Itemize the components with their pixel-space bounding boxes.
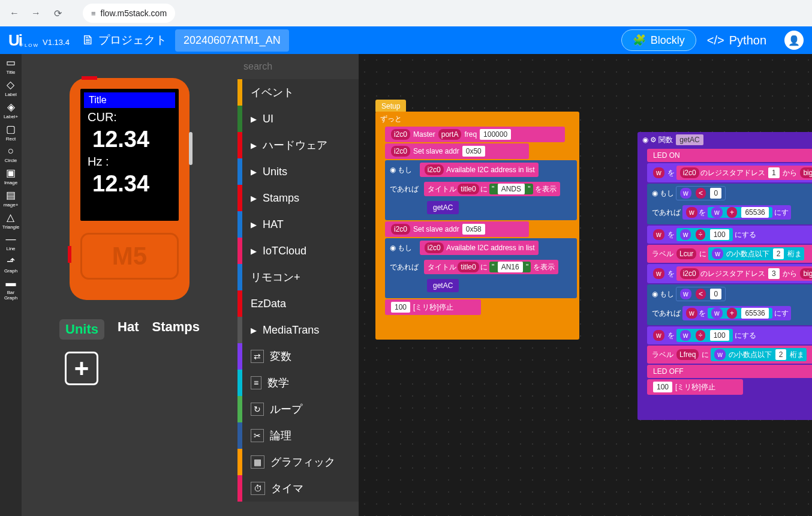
cur-value[interactable]: 12.34 (84, 127, 175, 152)
category-item[interactable]: ▶IoTCloud (237, 238, 359, 264)
hz-value[interactable]: 12.34 (84, 171, 175, 197)
category-item[interactable]: ✂論理 (237, 422, 359, 449)
block-categories: 🔍 イベント▶UI▶ハードウェア▶Units▶Stamps▶HAT▶IoTClo… (237, 54, 359, 516)
reload-button[interactable]: ⟳ (49, 5, 66, 22)
if2-block[interactable]: ◉ もし i2c0 Available I2C address in list … (385, 238, 577, 298)
setvar2-block[interactable]: wを w ÷ 100 にする (647, 226, 812, 244)
unit-tabs: Units Hat Stamps (59, 319, 200, 340)
logo: Ui (8, 31, 22, 50)
category-item[interactable]: ▶UI (237, 106, 359, 132)
device-screen[interactable]: Title CUR: 12.34 Hz : 12.34 (80, 89, 179, 221)
tool-title[interactable]: ▭Title (6, 56, 16, 75)
category-item[interactable]: EzData (237, 290, 359, 317)
tool-label[interactable]: ◇Label (5, 79, 17, 97)
tool-bar graph[interactable]: ▬Bar Graph (0, 277, 22, 301)
category-item[interactable]: リモコン+ (237, 264, 359, 290)
blockly-workspace[interactable]: Setup ずっと i2c0MasterportAfreq100000 i2c0… (359, 54, 812, 516)
device-frame: Title CUR: 12.34 Hz : 12.34 M5 (70, 78, 190, 300)
if3-block[interactable]: ◉ もし w < 0 であれば wを w + 65536 にす (647, 184, 812, 224)
browser-bar: ← → ⟳ ≡ flow.m5stack.com (0, 0, 812, 26)
side-button (189, 132, 193, 165)
url-bar[interactable]: ≡ flow.m5stack.com (83, 4, 175, 23)
tab-stamps[interactable]: Stamps (152, 319, 199, 340)
version: V1.13.4 (43, 38, 70, 47)
lcur-block[interactable]: ラベルLcurに w の小数点以下 2 桁ま (647, 245, 812, 263)
code-icon: </> (707, 34, 724, 47)
user-icon[interactable]: 👤 (784, 31, 804, 50)
tab-units[interactable]: Units (59, 319, 104, 340)
m5-button: M5 (80, 233, 179, 280)
category-item[interactable]: ▶HAT (237, 211, 359, 238)
setup-block[interactable]: Setup (375, 100, 406, 113)
category-item[interactable]: ⇄変数 (237, 343, 359, 370)
i2c-init-block[interactable]: i2c0MasterportAfreq100000 (385, 127, 565, 142)
tab-hat[interactable]: Hat (118, 319, 139, 340)
device-preview-area: Title CUR: 12.34 Hz : 12.34 M5 Units Hat… (22, 54, 237, 516)
tool-graph[interactable]: ⬏Graph (4, 255, 17, 274)
tool-triangle[interactable]: △Triangle (2, 211, 20, 230)
category-item[interactable]: ▶ハードウェア (237, 132, 359, 158)
category-item[interactable]: ▶Units (237, 158, 359, 185)
setvar1-block[interactable]: wを i2c0のレジスタアドレス 1 から big (647, 163, 812, 182)
category-item[interactable]: イベント (237, 79, 359, 106)
i2c-slave1-block[interactable]: i2c0Set slave addr0x50 (385, 143, 529, 159)
blockly-tab[interactable]: 🧩 Blockly (621, 29, 696, 51)
search-row: 🔍 (237, 54, 359, 79)
python-tab[interactable]: </> Python (707, 34, 766, 47)
cur-label[interactable]: CUR: (84, 108, 175, 127)
file-icon: 🗎 (82, 32, 95, 48)
tool-mage+[interactable]: ▤mage+ (4, 189, 19, 208)
delay2-block[interactable]: 100[ミリ秒]停止 (647, 379, 743, 395)
top-led (82, 76, 97, 80)
tool-line[interactable]: —Line (6, 233, 16, 251)
ledon-block[interactable]: LED ON (647, 149, 812, 162)
project-label[interactable]: プロジェクト (98, 32, 167, 48)
tool-palette: ▭Title◇Label◈Label+▢Rect○Circle▣Image▤ma… (0, 54, 22, 516)
screen-title[interactable]: Title (84, 92, 175, 108)
setvar3-block[interactable]: wを i2c0のレジスタアドレス 3 から big (647, 264, 812, 283)
app-header: Ui FLOW V1.13.4 🗎 プロジェクト 20240607ATM1_AN… (0, 26, 812, 54)
search-input[interactable] (243, 61, 363, 72)
category-item[interactable]: ⏱タイマ (237, 475, 359, 502)
tool-label+[interactable]: ◈Label+ (4, 101, 18, 119)
category-item[interactable]: ↻ループ (237, 396, 359, 422)
site-info-icon: ≡ (91, 9, 96, 18)
loop-block[interactable]: ずっと i2c0MasterportAfreq100000 i2c0Set sl… (375, 112, 579, 340)
tool-circle[interactable]: ○Circle (5, 145, 17, 163)
lfreq-block[interactable]: ラベルLfreqに w の小数点以下 2 桁ま (647, 346, 812, 364)
category-item[interactable]: ▦グラフィック (237, 449, 359, 475)
back-button[interactable]: ← (6, 5, 23, 22)
tool-rect[interactable]: ▢Rect (6, 123, 16, 142)
add-unit-button[interactable]: + (65, 352, 98, 385)
category-item[interactable]: ▶Stamps (237, 185, 359, 211)
if4-block[interactable]: ◉ もし w < 0 であれば wを w + 65536 にす (647, 284, 812, 325)
i2c-slave2-block[interactable]: i2c0Set slave addr0x58 (385, 221, 529, 237)
func-getac-block[interactable]: ◉ ⚙ 関数 getAC LED ON wを i2c0のレジスタアドレス 1 か… (637, 132, 812, 420)
puzzle-icon: 🧩 (633, 34, 646, 47)
setvar4-block[interactable]: wを w ÷ 100 にする (647, 326, 812, 344)
hz-label[interactable]: Hz : (84, 152, 175, 171)
left-led (68, 246, 71, 263)
ledoff-block[interactable]: LED OFF (647, 365, 812, 378)
delay1-block[interactable]: 100[ミリ秒]停止 (385, 299, 481, 315)
project-name[interactable]: 20240607ATM1_AN (175, 29, 289, 52)
category-item[interactable]: ≡数学 (237, 370, 359, 396)
if1-block[interactable]: ◉ もし i2c0 Available I2C address in list … (385, 160, 577, 220)
tool-image[interactable]: ▣Image (4, 167, 17, 185)
logo-sub: FLOW (20, 43, 39, 48)
category-item[interactable]: ▶MediaTrans (237, 317, 359, 343)
url-text: flow.m5stack.com (101, 8, 167, 18)
forward-button[interactable]: → (28, 5, 44, 22)
